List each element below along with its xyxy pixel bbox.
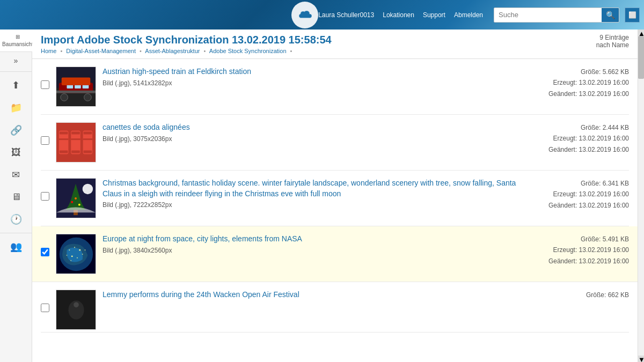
sidebar-top-nav: ⊞ Baumansicht ☆ Favoriten <box>0 29 32 52</box>
history-icon: 🕐 <box>10 213 22 225</box>
asset-stats-3: Größe: 6.341 KB Erzeugt: 13.02.2019 16:0… <box>532 178 629 211</box>
scroll-thumb[interactable] <box>638 36 644 79</box>
svg-rect-12 <box>60 132 68 135</box>
asset-name-4[interactable]: Europe at night from space, city lights,… <box>103 234 526 245</box>
asset-checkbox-2[interactable] <box>41 136 49 145</box>
asset-name-2[interactable]: canettes de soda alignées <box>103 122 526 133</box>
search-input[interactable] <box>494 11 602 19</box>
list-item: Christmas background, fantastic holiday … <box>41 171 629 226</box>
list-item: Austrian high-speed train at Feldkirch s… <box>41 59 629 115</box>
asset-size-5: Größe: 662 KB <box>532 290 629 300</box>
share-icon: 🔗 <box>10 124 22 136</box>
asset-size-4: Größe: 5.491 KB <box>532 234 629 245</box>
svg-rect-19 <box>84 151 92 153</box>
main-layout: ⊞ Baumansicht ☆ Favoriten » ⬆ 📁 🔗 🖼 ✉ 🖥 <box>0 29 644 362</box>
mail-button[interactable]: ✉ <box>0 164 32 186</box>
search-bar: 🔍 <box>494 8 619 23</box>
nav-support[interactable]: Support <box>423 11 445 19</box>
window-button[interactable]: ⬜ <box>625 8 640 23</box>
collection-icon: 🖼 <box>11 147 21 158</box>
expand-button[interactable]: » <box>0 52 32 69</box>
asset-name-5[interactable]: Lemmy performs during the 24th Wacken Op… <box>103 290 526 300</box>
asset-checkbox-4[interactable] <box>41 248 49 256</box>
asset-info-1: Austrian high-speed train at Feldkirch s… <box>103 67 526 87</box>
asset-thumbnail-2 <box>56 122 96 162</box>
scroll-down[interactable]: ▼ <box>638 356 644 362</box>
user-name: Laura Schuller0013 <box>318 11 374 19</box>
breadcrumb-asset-structure[interactable]: Asset-Ablagestruktur <box>145 48 200 54</box>
header: Laura Schuller0013 Lokationen Support Ab… <box>0 0 644 29</box>
svg-point-5 <box>84 94 92 101</box>
sidebar-tree-view[interactable]: ⊞ Baumansicht <box>0 29 36 51</box>
scroll-up[interactable]: ▲ <box>638 29 644 36</box>
svg-point-36 <box>79 249 80 251</box>
svg-point-24 <box>83 184 93 194</box>
svg-point-37 <box>82 254 83 255</box>
asset-checkbox-1[interactable] <box>41 80 49 89</box>
svg-rect-13 <box>60 151 68 153</box>
breadcrumb-stock-sync[interactable]: Adobe Stock Synchronization <box>209 48 287 54</box>
asset-thumbnail-5 <box>56 290 96 330</box>
content-header-left: Import Adobe Stock Synchronization 13.02… <box>41 34 332 54</box>
asset-list: Austrian high-speed train at Feldkirch s… <box>32 59 638 362</box>
asset-stats-4: Größe: 5.491 KB Erzeugt: 13.02.2019 16:0… <box>532 234 629 267</box>
page-title: Import Adobe Stock Synchronization 13.02… <box>41 34 332 46</box>
sidebar: ⊞ Baumansicht ☆ Favoriten » ⬆ 📁 🔗 🖼 ✉ 🖥 <box>0 29 32 362</box>
breadcrumb-home[interactable]: Home <box>41 48 56 54</box>
asset-info-5: Lemmy performs during the 24th Wacken Op… <box>103 290 526 302</box>
users-icon: 👥 <box>10 241 22 253</box>
header-nav: Laura Schuller0013 Lokationen Support Ab… <box>318 11 483 19</box>
sort-order: nach Name <box>596 41 629 49</box>
asset-thumbnail-4 <box>56 234 96 274</box>
svg-point-39 <box>71 255 73 257</box>
scrollbar: ▲ ▼ <box>638 29 644 362</box>
sidebar-divider-2 <box>0 233 32 233</box>
svg-rect-16 <box>71 151 80 153</box>
mail-icon: ✉ <box>12 169 20 181</box>
svg-rect-3 <box>56 91 96 93</box>
tree-icon: ⊞ <box>16 34 20 40</box>
monitor-button[interactable]: 🖥 <box>0 186 32 208</box>
svg-rect-18 <box>84 132 92 135</box>
svg-rect-15 <box>71 132 80 135</box>
upload-button[interactable]: ⬆ <box>0 74 32 97</box>
svg-rect-20 <box>59 138 69 140</box>
asset-meta-1: Bild (.jpg), 5141x3282px <box>103 79 526 87</box>
asset-thumbnail-3 <box>56 178 96 218</box>
svg-rect-21 <box>71 138 80 140</box>
tree-label: Baumansicht <box>2 41 33 47</box>
breadcrumb-dam[interactable]: Digital-Asset-Management <box>66 48 136 54</box>
asset-created-3: Erzeugt: 13.02.2019 16:00 <box>532 189 629 200</box>
share-button[interactable]: 🔗 <box>0 119 32 142</box>
svg-point-38 <box>77 257 78 258</box>
asset-name-1[interactable]: Austrian high-speed train at Feldkirch s… <box>103 67 526 77</box>
nav-logout[interactable]: Abmelden <box>454 11 483 19</box>
collection-button[interactable]: 🖼 <box>0 142 32 164</box>
breadcrumb: Home • Digital-Asset-Management • Asset-… <box>41 48 332 54</box>
users-button[interactable]: 👥 <box>0 235 32 258</box>
folder-button[interactable]: 📁 <box>0 97 32 119</box>
svg-point-34 <box>69 249 70 250</box>
svg-point-30 <box>78 204 80 206</box>
asset-stats-2: Größe: 2.444 KB Erzeugt: 13.02.2019 16:0… <box>532 122 629 155</box>
asset-checkbox-3[interactable] <box>41 192 49 201</box>
svg-point-4 <box>61 94 68 101</box>
svg-point-45 <box>74 302 79 307</box>
svg-rect-9 <box>62 77 91 85</box>
sidebar-divider-1 <box>0 71 32 72</box>
asset-modified-4: Geändert: 13.02.2019 16:00 <box>532 256 629 267</box>
asset-name-3[interactable]: Christmas background, fantastic holiday … <box>103 178 526 199</box>
header-right: Laura Schuller0013 Lokationen Support Ab… <box>318 8 644 23</box>
folder-icon: 📁 <box>10 102 22 114</box>
svg-point-31 <box>75 197 77 200</box>
asset-info-2: canettes de soda alignées Bild (.jpg), 3… <box>103 122 526 143</box>
svg-point-35 <box>74 247 75 248</box>
search-button[interactable]: 🔍 <box>602 8 619 23</box>
svg-point-29 <box>71 201 73 203</box>
upload-icon: ⬆ <box>12 79 20 91</box>
history-button[interactable]: 🕐 <box>0 208 32 231</box>
asset-info-3: Christmas background, fantastic holiday … <box>103 178 526 209</box>
asset-size-2: Größe: 2.444 KB <box>532 122 629 133</box>
nav-locations[interactable]: Lokationen <box>383 11 414 19</box>
asset-checkbox-5[interactable] <box>41 304 49 312</box>
